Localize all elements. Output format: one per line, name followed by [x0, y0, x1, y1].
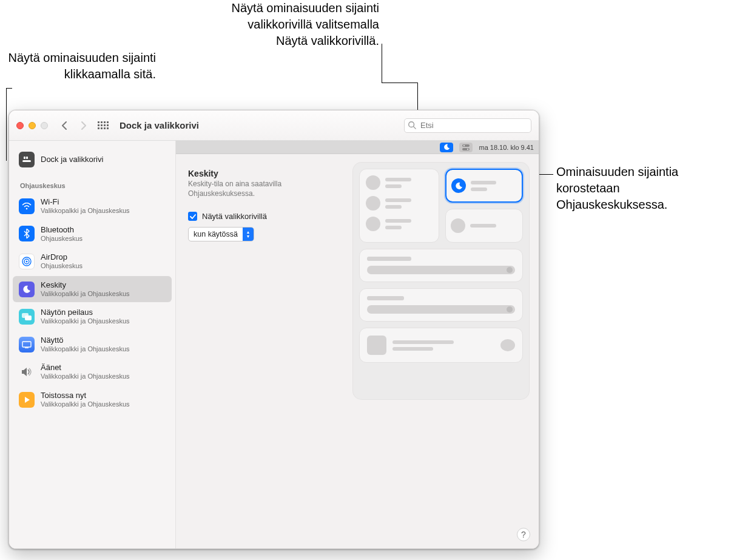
- dock-icon: [19, 152, 35, 167]
- cc-placeholder-icon: [366, 217, 380, 231]
- titlebar: Dock ja valikkorivi: [9, 110, 539, 141]
- sidebar-item-sub: Ohjauskeskus: [41, 262, 83, 270]
- sidebar-item-keskity[interactable]: Keskity Valikkopalkki ja Ohjauskeskus: [13, 276, 172, 303]
- detail-heading: Keskity: [188, 169, 346, 178]
- sidebar: Dock ja valikkorivi Ohjauskeskus Wi-Fi V…: [9, 141, 176, 548]
- dropdown-value: kun käytössä: [189, 230, 243, 238]
- sidebar-item-airdrop[interactable]: AirDrop Ohjauskeskus: [13, 248, 172, 275]
- sidebar-item-display[interactable]: Näyttö Valikkopalkki ja Ohjauskeskus: [13, 331, 172, 358]
- sidebar-item-label: Näytön peilaus: [41, 308, 130, 317]
- cc-slider-card: [359, 288, 523, 322]
- checkbox-label: Näytä valikkorivillä: [202, 212, 267, 221]
- sidebar-item-sub: Valikkopalkki ja Ohjauskeskus: [41, 207, 130, 215]
- cc-connectivity-card: [359, 169, 439, 243]
- sidebar-item-sub: Valikkopalkki ja Ohjauskeskus: [41, 317, 130, 325]
- close-icon[interactable]: [16, 122, 24, 129]
- svg-line-1: [414, 126, 416, 129]
- when-dropdown[interactable]: kun käytössä ▴▾: [188, 227, 254, 241]
- svg-point-8: [26, 260, 28, 262]
- wifi-icon: [19, 198, 35, 214]
- callout-leader: [6, 88, 12, 89]
- prefs-window: Dock ja valikkorivi Dock ja valikkorivi …: [8, 110, 539, 549]
- callout-right: Ominaisuuden sijaintia korostetaan Ohjau…: [556, 164, 723, 213]
- callout-leader: [6, 88, 7, 161]
- sidebar-item-label: Näyttö: [41, 336, 130, 345]
- sidebar-item-wifi[interactable]: Wi-Fi Valikkopalkki ja Ohjauskeskus: [13, 193, 172, 220]
- callout-top-mid: Näytä ominaisuuden sijainti valikkorivil…: [224, 0, 379, 49]
- sidebar-heading: Ohjauskeskus: [13, 174, 172, 193]
- sidebar-item-label: AirDrop: [41, 253, 83, 262]
- zoom-icon[interactable]: [41, 122, 48, 129]
- svg-point-15: [463, 144, 465, 146]
- display-icon: [19, 337, 35, 353]
- callout-top-left: Näytä ominaisuuden sijainti klikkaamalla…: [7, 50, 156, 83]
- forward-button[interactable]: [77, 119, 90, 132]
- sidebar-item-sub: Valikkopalkki ja Ohjauskeskus: [41, 400, 130, 408]
- checkbox-icon[interactable]: [188, 212, 197, 221]
- svg-point-16: [467, 148, 468, 149]
- sidebar-item-sub: Valikkopalkki ja Ohjauskeskus: [41, 373, 130, 380]
- cc-artwork-placeholder: [367, 336, 386, 355]
- help-button[interactable]: ?: [517, 528, 530, 541]
- sidebar-item-sub: Valikkopalkki ja Ohjauskeskus: [41, 290, 130, 298]
- svg-rect-3: [24, 157, 25, 159]
- search-input[interactable]: [404, 118, 531, 133]
- sidebar-item-sound[interactable]: Äänet Valikkopalkki ja Ohjauskeskus: [13, 359, 172, 385]
- menubar-control-center-icon: [459, 143, 473, 152]
- cc-placeholder-icon: [500, 339, 515, 351]
- detail-sub: Keskity-tila on aina saatavilla Ohjauske…: [188, 180, 346, 198]
- svg-rect-11: [22, 342, 31, 347]
- cc-placeholder-icon: [366, 196, 380, 211]
- moon-icon: [19, 282, 35, 297]
- sidebar-item-label: Keskity: [41, 281, 130, 290]
- moon-icon: [451, 178, 466, 193]
- sidebar-item-label: Toistossa nyt: [41, 391, 130, 400]
- callout-leader: [382, 44, 382, 83]
- mirror-icon: [19, 309, 35, 325]
- cc-generic-tile: [445, 209, 523, 243]
- callout-leader: [382, 83, 418, 83]
- show-in-menubar-row[interactable]: Näytä valikkorivillä: [188, 212, 346, 221]
- svg-rect-14: [462, 148, 470, 150]
- sidebar-item-label: Wi-Fi: [41, 198, 130, 207]
- menubar-focus-icon: [440, 143, 453, 152]
- detail-pane: ma 18.10. klo 9.41 Keskity Keskity-tila …: [176, 141, 539, 548]
- mock-menubar: ma 18.10. klo 9.41: [176, 141, 539, 154]
- minimize-icon[interactable]: [29, 122, 36, 129]
- play-icon: [19, 392, 35, 408]
- show-all-button[interactable]: [96, 119, 110, 132]
- sidebar-item-label: Bluetooth: [41, 226, 83, 235]
- sidebar-item-screen-mirror[interactable]: Näytön peilaus Valikkopalkki ja Ohjauske…: [13, 303, 172, 330]
- sidebar-item-label: Äänet: [41, 363, 130, 373]
- search-icon: [408, 121, 416, 129]
- cc-placeholder-icon: [366, 175, 380, 190]
- back-button[interactable]: [58, 119, 71, 132]
- svg-rect-10: [25, 315, 32, 320]
- sidebar-item-sub: Valikkopalkki ja Ohjauskeskus: [41, 345, 130, 353]
- control-center-preview: [353, 163, 529, 399]
- window-title: Dock ja valikkorivi: [120, 120, 199, 130]
- sidebar-item-sub: Ohjauskeskus: [41, 235, 83, 243]
- bluetooth-icon: [19, 226, 35, 241]
- menubar-date: ma 18.10. klo 9.41: [479, 144, 534, 151]
- svg-rect-2: [22, 160, 31, 162]
- svg-rect-13: [462, 144, 470, 147]
- airdrop-icon: [19, 254, 35, 269]
- sidebar-item-now-playing[interactable]: Toistossa nyt Valikkopalkki ja Ohjauskes…: [13, 386, 172, 413]
- cc-placeholder-icon: [451, 218, 465, 233]
- chevron-up-down-icon: ▴▾: [243, 228, 254, 241]
- sidebar-top-dock[interactable]: Dock ja valikkorivi: [13, 147, 172, 172]
- cc-focus-tile: [445, 169, 523, 203]
- sidebar-top-label: Dock ja valikkorivi: [41, 155, 103, 164]
- sound-icon: [19, 364, 35, 380]
- cc-now-playing-card: [359, 328, 523, 363]
- window-controls: [16, 122, 48, 129]
- cc-slider-card: [359, 249, 523, 282]
- svg-point-5: [26, 207, 28, 209]
- search-field-wrap: [404, 118, 531, 133]
- sidebar-item-bluetooth[interactable]: Bluetooth Ohjauskeskus: [13, 221, 172, 248]
- svg-rect-4: [26, 157, 28, 159]
- detail-content: Keskity Keskity-tila on aina saatavilla …: [188, 169, 346, 241]
